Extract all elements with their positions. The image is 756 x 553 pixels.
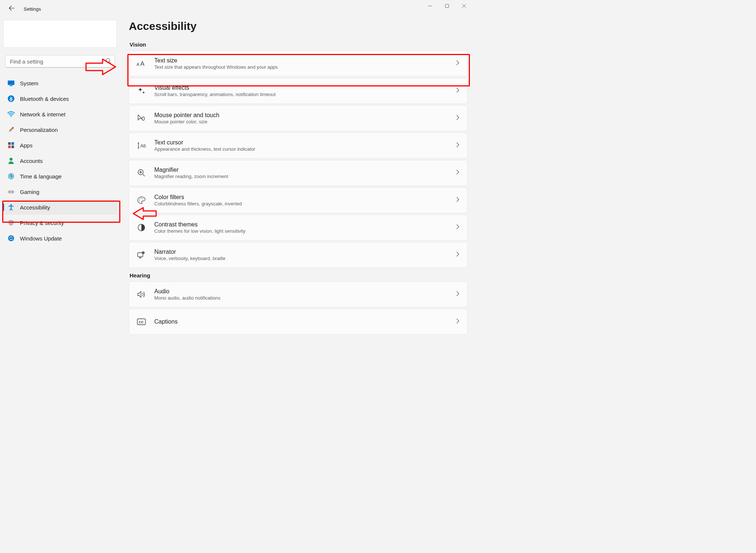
sidebar-item-label: Accounts (20, 158, 43, 164)
section-header-hearing: Hearing (130, 272, 467, 279)
tile-text-size[interactable]: AA Text size Text size that appears thro… (129, 51, 467, 76)
tile-subtitle: Appearance and thickness, text cursor in… (154, 146, 456, 152)
back-arrow-icon (9, 5, 15, 11)
maximize-button[interactable] (439, 0, 456, 12)
sidebar-item-accounts[interactable]: Accounts (3, 153, 117, 168)
sidebar-item-label: Apps (20, 142, 32, 149)
palette-icon (137, 195, 146, 205)
tile-subtitle: Magnifier reading, zoom increment (154, 174, 456, 179)
svg-point-23 (142, 198, 143, 199)
search-input[interactable] (5, 55, 115, 68)
tile-text-cursor[interactable]: Ab Text cursor Appearance and thickness,… (129, 133, 467, 158)
svg-rect-26 (138, 253, 143, 257)
sidebar-item-apps[interactable]: Apps (3, 138, 117, 153)
chevron-right-icon (456, 197, 460, 204)
window-title: Settings (24, 6, 41, 12)
minimize-button[interactable] (422, 0, 439, 12)
svg-text:Ab: Ab (140, 143, 146, 149)
tile-subtitle: Color themes for low vision, light sensi… (154, 228, 456, 234)
tile-title: Text cursor (154, 139, 456, 146)
narrator-icon: ? (137, 250, 146, 260)
back-button[interactable] (6, 4, 18, 14)
tile-magnifier[interactable]: Magnifier Magnifier reading, zoom increm… (129, 160, 467, 186)
sidebar-item-accessibility[interactable]: Accessibility (3, 200, 117, 215)
sparkle-icon (137, 86, 146, 96)
svg-rect-3 (10, 85, 13, 86)
chevron-right-icon (456, 291, 460, 298)
svg-point-10 (10, 158, 13, 161)
svg-rect-12 (8, 190, 14, 194)
shield-icon (7, 219, 15, 226)
svg-point-5 (11, 116, 12, 117)
tile-title: Visual effects (154, 85, 456, 91)
update-icon (7, 235, 15, 242)
svg-rect-8 (8, 146, 11, 148)
accessibility-icon (7, 204, 15, 211)
svg-text:CC: CC (139, 320, 144, 324)
speaker-icon (137, 290, 146, 299)
clock-icon (7, 173, 15, 180)
tile-narrator[interactable]: ? Narrator Voice, verbosity, keyboard, b… (129, 242, 467, 268)
captions-icon: CC (137, 317, 146, 327)
sidebar-item-gaming[interactable]: Gaming (3, 184, 117, 199)
chevron-right-icon (456, 88, 460, 94)
sidebar-item-system[interactable]: System (3, 76, 117, 91)
chevron-right-icon (456, 142, 460, 149)
svg-rect-27 (139, 257, 141, 258)
chevron-right-icon (456, 224, 460, 231)
chevron-right-icon (456, 170, 460, 176)
tile-title: Text size (154, 57, 456, 64)
svg-point-22 (141, 198, 141, 199)
window-controls (422, 0, 472, 12)
titlebar: Settings (0, 0, 472, 18)
tile-audio[interactable]: Audio Mono audio, audio notifications (129, 281, 467, 307)
tile-contrast-themes[interactable]: Contrast themes Color themes for low vis… (129, 215, 467, 240)
svg-rect-6 (8, 142, 11, 145)
tile-title: Color filters (154, 194, 456, 201)
sidebar-item-personalization[interactable]: Personalization (3, 122, 117, 137)
nav-list: System Bluetooth & devices Network & int… (3, 75, 117, 246)
sidebar-item-label: Accessibility (20, 204, 50, 211)
tile-subtitle: Scroll bars, transparency, animations, n… (154, 92, 456, 97)
sidebar-item-label: Windows Update (20, 235, 62, 242)
sidebar-item-time-language[interactable]: Time & language (3, 169, 117, 184)
sidebar-item-network[interactable]: Network & internet (3, 107, 117, 122)
tile-visual-effects[interactable]: Visual effects Scroll bars, transparency… (129, 78, 467, 104)
sidebar-item-bluetooth[interactable]: Bluetooth & devices (3, 91, 117, 106)
chevron-right-icon (456, 318, 460, 325)
tile-title: Contrast themes (154, 221, 456, 228)
tile-subtitle: Mouse pointer color, size (154, 119, 456, 124)
tile-title: Captions (154, 318, 456, 325)
magnifier-icon (137, 168, 146, 178)
sidebar-item-label: System (20, 80, 38, 86)
close-button[interactable] (456, 0, 472, 12)
sidebar-item-label: Gaming (20, 189, 39, 195)
sidebar-item-label: Time & language (20, 173, 62, 180)
chevron-right-icon (456, 115, 460, 122)
tile-subtitle: Voice, verbosity, keyboard, braille (154, 256, 456, 261)
svg-rect-0 (446, 4, 449, 8)
chevron-right-icon (456, 60, 460, 67)
apps-icon (7, 141, 15, 149)
tile-color-filters[interactable]: Color filters Colorblindness filters, gr… (129, 187, 467, 213)
cursor-icon (137, 113, 146, 123)
wifi-icon (7, 110, 15, 118)
section-header-vision: Vision (130, 41, 467, 48)
person-icon (7, 157, 15, 164)
tile-title: Mouse pointer and touch (154, 112, 456, 119)
svg-text:A: A (140, 60, 145, 67)
svg-point-13 (9, 191, 10, 192)
svg-text:?: ? (142, 252, 144, 254)
profile-card[interactable] (3, 20, 117, 48)
svg-point-21 (139, 199, 140, 199)
svg-point-1 (106, 58, 110, 62)
sidebar-item-privacy[interactable]: Privacy & security (3, 215, 117, 230)
sidebar-item-windows-update[interactable]: Windows Update (3, 231, 117, 246)
tile-captions[interactable]: CC Captions (129, 309, 467, 335)
textsize-icon: AA (137, 59, 146, 68)
display-icon (7, 79, 15, 87)
tile-mouse-pointer[interactable]: Mouse pointer and touch Mouse pointer co… (129, 105, 467, 131)
svg-rect-9 (11, 146, 14, 148)
svg-rect-7 (11, 142, 14, 145)
svg-point-16 (8, 235, 14, 241)
